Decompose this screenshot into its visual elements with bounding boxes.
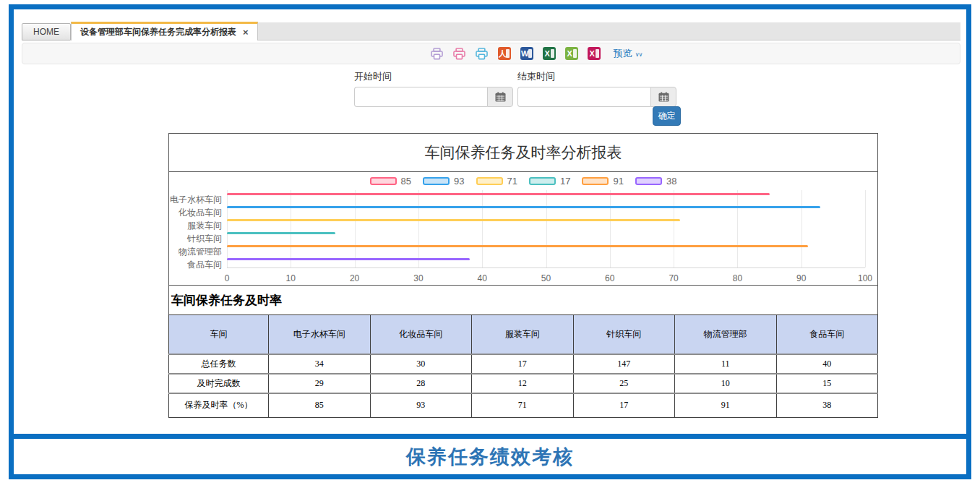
bar bbox=[227, 232, 335, 234]
legend-swatch bbox=[635, 177, 662, 185]
row-label: 总任务数 bbox=[169, 354, 269, 374]
x-axis-tick: 80 bbox=[733, 273, 742, 283]
report-title: 车间保养任务及时率分析报表 bbox=[168, 133, 878, 172]
table-cell: 17 bbox=[573, 393, 675, 418]
table-cell: 147 bbox=[573, 354, 675, 374]
table-cell: 12 bbox=[472, 374, 574, 393]
y-axis-label: 针织车间 bbox=[169, 232, 227, 245]
table-section-title: 车间保养任务及时率 bbox=[168, 286, 878, 314]
x-axis-tick: 40 bbox=[478, 273, 487, 283]
table-cell: 34 bbox=[269, 354, 371, 374]
bar-row bbox=[227, 216, 865, 229]
export-pdf-icon[interactable]: 人 bbox=[497, 46, 512, 61]
table-header-cell: 服装车间 bbox=[472, 315, 574, 354]
tab-report[interactable]: 设备管理部车间保养任务完成率分析报表 × bbox=[71, 22, 258, 40]
start-time-calendar-button[interactable] bbox=[487, 87, 513, 107]
preview-button[interactable]: 预览 ∨∨ bbox=[614, 47, 642, 60]
confirm-button[interactable]: 确定 bbox=[653, 106, 681, 126]
table-cell: 71 bbox=[472, 393, 574, 418]
y-axis-label: 服装车间 bbox=[169, 219, 227, 232]
close-icon[interactable]: × bbox=[243, 27, 249, 37]
end-time-input[interactable] bbox=[517, 87, 650, 107]
legend-item[interactable]: 71 bbox=[476, 176, 517, 187]
export-word-icon[interactable]: W bbox=[520, 46, 534, 61]
bar-row bbox=[227, 242, 865, 255]
x-axis-tick: 20 bbox=[350, 273, 359, 283]
table-header-cell: 食品车间 bbox=[776, 315, 878, 354]
chart-plot bbox=[227, 190, 865, 268]
bar bbox=[227, 219, 680, 221]
table-cell: 85 bbox=[269, 393, 371, 418]
x-axis-tick: 10 bbox=[286, 273, 296, 283]
y-axis-label: 物流管理部 bbox=[169, 245, 227, 258]
legend-item[interactable]: 17 bbox=[529, 176, 570, 187]
legend-label: 85 bbox=[401, 176, 411, 187]
calendar-icon bbox=[658, 92, 669, 102]
x-axis-tick: 50 bbox=[541, 273, 551, 283]
table-cell: 38 bbox=[776, 393, 878, 418]
legend-swatch bbox=[529, 177, 556, 185]
table-cell: 15 bbox=[776, 374, 878, 393]
print-pdf-blue-icon[interactable] bbox=[475, 46, 489, 61]
filter-area: 开始时间 bbox=[14, 64, 966, 133]
chart-ylabels: 电子水杯车间化妆品车间服装车间针织车间物流管理部食品车间 bbox=[169, 190, 227, 271]
x-axis-tick: 0 bbox=[225, 273, 230, 283]
table-cell: 91 bbox=[675, 393, 777, 418]
start-time-label: 开始时间 bbox=[354, 70, 513, 83]
x-axis-tick: 70 bbox=[669, 273, 678, 283]
table-header-cell: 车间 bbox=[169, 315, 269, 354]
table-cell: 25 bbox=[573, 374, 675, 393]
legend-swatch bbox=[423, 177, 450, 185]
tab-home[interactable]: HOME bbox=[22, 23, 71, 40]
report-panel: 车间保养任务及时率分析报表 859371179138 电子水杯车间化妆品车间服装… bbox=[168, 133, 878, 418]
footer: 保养任务绩效考核 bbox=[14, 434, 966, 474]
table-cell: 29 bbox=[269, 374, 371, 393]
x-axis-tick: 100 bbox=[858, 273, 872, 283]
legend-label: 38 bbox=[666, 176, 676, 187]
gridline bbox=[865, 190, 866, 267]
bar-row bbox=[227, 229, 865, 242]
tab-home-label: HOME bbox=[33, 27, 59, 37]
legend-item[interactable]: 91 bbox=[582, 176, 623, 187]
bar-row bbox=[227, 255, 865, 268]
tab-bar: HOME 设备管理部车间保养任务完成率分析报表 × bbox=[22, 22, 960, 40]
table-row: 保养及时率（%）859371179138 bbox=[169, 393, 878, 418]
legend-item[interactable]: 85 bbox=[370, 176, 411, 187]
y-axis-label: 电子水杯车间 bbox=[169, 193, 227, 206]
x-axis-tick: 30 bbox=[413, 273, 423, 283]
toolbar: 人WXXX 预览 ∨∨ bbox=[22, 43, 960, 64]
row-label: 保养及时率（%） bbox=[169, 393, 269, 418]
legend-label: 91 bbox=[613, 176, 623, 187]
legend-item[interactable]: 38 bbox=[635, 176, 676, 187]
table-body: 总任务数3430171471140及时完成数292812251015保养及时率（… bbox=[169, 354, 878, 418]
table-header-row: 车间电子水杯车间化妆品车间服装车间针织车间物流管理部食品车间 bbox=[169, 315, 878, 354]
end-time-label: 结束时间 bbox=[517, 70, 676, 83]
print-pdf-pink-icon[interactable] bbox=[452, 46, 467, 61]
table-header-cell: 物流管理部 bbox=[675, 315, 777, 354]
toolbar-icons: 人WXXX bbox=[430, 46, 601, 61]
bar-row bbox=[227, 203, 865, 216]
table-cell: 40 bbox=[776, 354, 878, 374]
calendar-icon bbox=[495, 92, 506, 102]
tab-bar-filler bbox=[258, 22, 960, 40]
y-axis-label: 食品车间 bbox=[169, 258, 227, 271]
start-time-input[interactable] bbox=[354, 87, 487, 107]
chart-legend: 859371179138 bbox=[169, 172, 877, 190]
tab-report-label: 设备管理部车间保养任务完成率分析报表 bbox=[80, 26, 236, 38]
y-axis-label: 化妆品车间 bbox=[169, 206, 227, 219]
export-excel-2003-icon[interactable]: X bbox=[564, 46, 579, 61]
app-frame: HOME 设备管理部车间保养任务完成率分析报表 × 人WXXX 预览 ∨∨ bbox=[9, 4, 971, 479]
legend-swatch bbox=[370, 177, 397, 185]
table-cell: 93 bbox=[370, 393, 472, 418]
chart-container: 859371179138 电子水杯车间化妆品车间服装车间针织车间物流管理部食品车… bbox=[168, 172, 878, 286]
end-time-calendar-button[interactable] bbox=[650, 87, 676, 107]
print-icon[interactable] bbox=[430, 46, 444, 61]
bar bbox=[227, 206, 820, 208]
export-excel-icon[interactable]: X bbox=[542, 46, 556, 61]
footer-divider bbox=[14, 434, 966, 439]
chart-xaxis: 0102030405060708090100 bbox=[227, 271, 865, 283]
export-excel-alt-icon[interactable]: X bbox=[587, 46, 601, 61]
legend-item[interactable]: 93 bbox=[423, 176, 464, 187]
bar-row bbox=[227, 190, 865, 203]
bar bbox=[227, 258, 470, 260]
